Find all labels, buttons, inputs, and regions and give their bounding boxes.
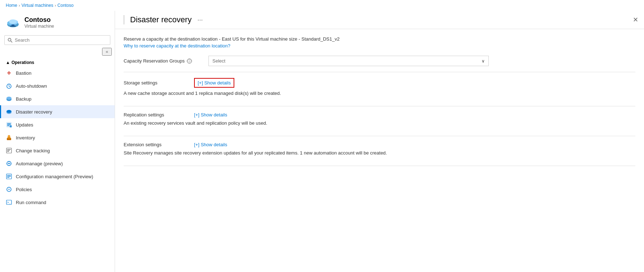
replication-show-details-button[interactable]: [+] Show details	[194, 112, 227, 117]
breadcrumb-home[interactable]: Home	[6, 3, 17, 8]
search-input[interactable]	[15, 37, 107, 43]
reserve-link[interactable]: Why to reserve capacity at the destinati…	[124, 43, 635, 49]
svg-point-6	[8, 38, 11, 41]
replication-settings-desc: An existing recovery services vault and …	[124, 120, 635, 126]
capacity-field-row: Capacity Reservation Groups ⓘ Select ∨	[124, 56, 635, 66]
chevron-down-icon: ∨	[482, 59, 485, 64]
svg-line-7	[11, 41, 13, 42]
breadcrumb-vms[interactable]: Virtual machines	[22, 3, 54, 8]
extension-settings-row: Extension settings [+] Show details	[124, 142, 635, 147]
divider-4	[124, 166, 635, 166]
bastion-label: Bastion	[16, 70, 31, 76]
run-command-icon: >_	[6, 199, 12, 206]
svg-rect-30	[7, 149, 11, 150]
sidebar-item-disaster-recovery[interactable]: Disaster recovery	[0, 105, 115, 118]
storage-settings-desc: A new cache storage account and 1 replic…	[124, 91, 635, 96]
policies-icon	[6, 186, 12, 193]
svg-rect-21	[7, 123, 11, 124]
storage-settings-row: Storage settings [+] Show details	[124, 78, 635, 88]
svg-rect-23	[7, 125, 9, 126]
auto-shutdown-label: Auto-shutdown	[16, 83, 47, 89]
capacity-select[interactable]: Select ∨	[208, 56, 489, 66]
svg-rect-42	[7, 177, 9, 178]
divider-2	[124, 106, 635, 106]
svg-text:↺: ↺	[10, 126, 12, 128]
storage-settings-section: Storage settings [+] Show details A new …	[124, 78, 635, 96]
svg-rect-41	[7, 176, 11, 177]
inventory-label: Inventory	[16, 135, 35, 140]
content-menu-dots[interactable]: ···	[197, 16, 203, 24]
close-button[interactable]: ✕	[633, 16, 638, 24]
svg-point-45	[9, 189, 9, 190]
svg-text:>_: >_	[7, 201, 11, 204]
sidebar-collapse-button[interactable]: «	[102, 48, 112, 56]
sidebar-item-automanage[interactable]: Automanage (preview)	[0, 157, 115, 170]
updates-icon: ↺	[6, 121, 12, 128]
divider-1	[124, 72, 635, 72]
sidebar-item-policies[interactable]: Policies	[0, 183, 115, 196]
sidebar-nav: ▲ Operations Bastion	[0, 57, 115, 272]
svg-point-19	[6, 110, 12, 113]
sidebar-item-config-mgmt[interactable]: Configuration management (Preview)	[0, 170, 115, 183]
storage-show-details-button[interactable]: [+] Show details	[194, 78, 234, 88]
inventory-icon	[6, 134, 12, 141]
vm-header: Contoso Virtual machine	[0, 11, 115, 32]
policies-label: Policies	[16, 187, 32, 192]
bastion-icon	[6, 70, 12, 76]
automanage-label: Automanage (preview)	[16, 161, 63, 166]
svg-rect-5	[10, 26, 16, 27]
divider-3	[124, 136, 635, 136]
content-area: Disaster recovery ··· ✕ Reserve a capaci…	[115, 11, 644, 272]
operations-section-label: ▲ Operations	[0, 57, 115, 66]
content-title: Disaster recovery	[130, 15, 192, 24]
vm-name: Contoso	[24, 16, 54, 24]
capacity-label: Capacity Reservation Groups ⓘ	[124, 58, 203, 64]
automanage-icon	[6, 160, 12, 167]
capacity-select-placeholder: Select	[212, 58, 225, 64]
extension-show-details-button[interactable]: [+] Show details	[194, 142, 227, 147]
search-box[interactable]	[4, 35, 110, 45]
svg-rect-22	[7, 124, 11, 125]
replication-settings-section: Replication settings [+] Show details An…	[124, 112, 635, 126]
svg-line-12	[9, 86, 10, 87]
svg-rect-32	[7, 151, 9, 152]
backup-icon	[6, 96, 12, 102]
disaster-recovery-label: Disaster recovery	[16, 109, 52, 115]
reserve-text: Reserve a capacity at the destination lo…	[124, 36, 635, 42]
run-command-label: Run command	[16, 200, 46, 205]
clock-icon	[6, 83, 12, 89]
extension-settings-desc: Site Recovery manages site recovery exte…	[124, 150, 635, 156]
updates-label: Updates	[16, 122, 33, 128]
change-tracking-icon	[6, 147, 12, 154]
capacity-info-icon[interactable]: ⓘ	[187, 59, 192, 64]
breadcrumb-contoso[interactable]: Contoso	[58, 3, 74, 8]
breadcrumb: Home › Virtual machines › Contoso	[0, 0, 644, 11]
sidebar-item-bastion[interactable]: Bastion	[0, 66, 115, 79]
sidebar-item-auto-shutdown[interactable]: Auto-shutdown	[0, 79, 115, 92]
sidebar: Contoso Virtual machine « ▲ Operations	[0, 11, 115, 272]
svg-rect-31	[7, 150, 10, 151]
change-tracking-label: Change tracking	[16, 148, 50, 153]
config-mgmt-label: Configuration management (Preview)	[16, 174, 93, 179]
sidebar-item-backup[interactable]: Backup	[0, 92, 115, 105]
storage-settings-label: Storage settings	[124, 80, 188, 86]
sidebar-item-updates[interactable]: ↺ Updates	[0, 118, 115, 131]
svg-rect-40	[7, 175, 11, 176]
sidebar-item-change-tracking[interactable]: Change tracking	[0, 144, 115, 157]
backup-label: Backup	[16, 96, 31, 102]
svg-point-34	[8, 163, 10, 164]
svg-rect-28	[8, 135, 10, 137]
disaster-recovery-icon	[6, 109, 12, 115]
search-icon	[8, 38, 13, 43]
replication-settings-label: Replication settings	[124, 112, 188, 117]
content-body: Reserve a capacity at the destination lo…	[115, 29, 644, 272]
content-header: Disaster recovery ··· ✕	[115, 11, 644, 29]
sidebar-item-inventory[interactable]: Inventory	[0, 131, 115, 144]
extension-settings-section: Extension settings [+] Show details Site…	[124, 142, 635, 156]
config-icon	[6, 173, 12, 180]
sidebar-item-run-command[interactable]: >_ Run command	[0, 196, 115, 209]
section-arrow: ▲	[6, 60, 10, 65]
replication-settings-row: Replication settings [+] Show details	[124, 112, 635, 117]
svg-point-17	[6, 97, 12, 100]
vm-icon	[6, 15, 20, 29]
